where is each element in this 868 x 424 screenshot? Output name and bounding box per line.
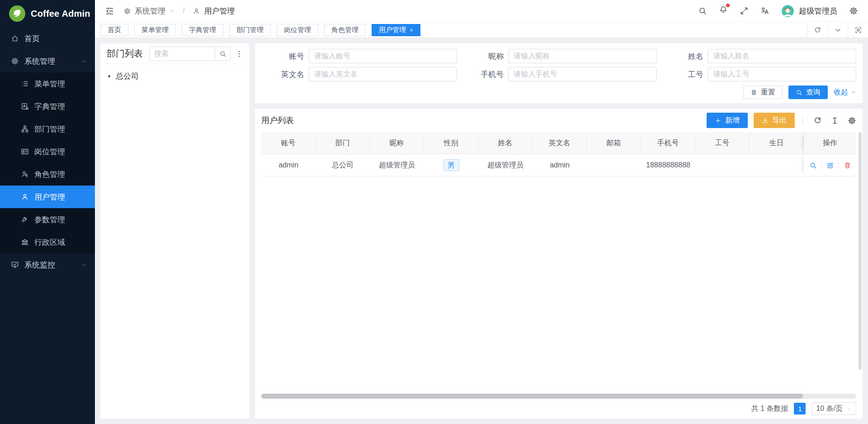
nickname-input[interactable] <box>508 49 656 63</box>
user-list-header: 用户列表 新增 导出 <box>261 109 856 132</box>
tab-label: 角色管理 <box>331 26 359 34</box>
reset-button[interactable]: 重置 <box>743 86 783 99</box>
tab-department-management[interactable]: 部门管理 <box>229 24 271 36</box>
notifications-button[interactable] <box>719 5 728 17</box>
page-number-button[interactable]: 1 <box>794 403 806 414</box>
tab-close-icon[interactable]: × <box>410 27 413 33</box>
field-job-number: 工号 <box>660 67 856 81</box>
header-actions: 超级管理员 <box>698 5 858 18</box>
gear-icon[interactable] <box>848 116 856 125</box>
tree-item-label: 总公司 <box>116 71 139 81</box>
row-actions <box>809 162 851 169</box>
cell-job-number <box>695 154 750 176</box>
column-header-account[interactable]: 账号 <box>261 132 316 154</box>
maximize-icon[interactable] <box>848 22 868 38</box>
tab-bar: 首页 菜单管理 字典管理 部门管理 岗位管理 角色管理 用户管理 × <box>95 22 868 38</box>
add-user-button[interactable]: 新增 <box>707 113 748 128</box>
gear-icon <box>11 57 19 65</box>
sidebar-item-label: 用户管理 <box>34 192 65 202</box>
table-header-row: 账号 部门 昵称 性别 姓名 英文名 邮箱 手机号 工号 生日 操作 <box>261 132 856 154</box>
tab-home[interactable]: 首页 <box>100 24 128 36</box>
tab-menu-management[interactable]: 菜单管理 <box>134 24 176 36</box>
sidebar-item-parameter-management[interactable]: 参数管理 <box>0 208 95 231</box>
tab-post-management[interactable]: 岗位管理 <box>277 24 318 36</box>
horizontal-scrollbar-thumb[interactable] <box>261 394 803 399</box>
phone-input[interactable] <box>508 67 656 81</box>
sidebar-item-dictionary-management[interactable]: 字典管理 <box>0 95 95 118</box>
sidebar-item-system-management[interactable]: 系统管理 <box>0 50 95 72</box>
english-name-input[interactable] <box>309 67 457 81</box>
sidebar-item-system-monitor[interactable]: 系统监控 <box>0 253 95 276</box>
tab-user-management[interactable]: 用户管理 × <box>372 24 420 36</box>
tab-dictionary-management[interactable]: 字典管理 <box>182 24 223 36</box>
column-header-gender[interactable]: 性别 <box>424 132 478 154</box>
sidebar-item-label: 菜单管理 <box>34 79 65 89</box>
cell-actions <box>804 154 856 176</box>
cell-gender: 男 <box>424 154 478 176</box>
gear-icon <box>123 7 131 15</box>
sidebar-item-administrative-region[interactable]: 行政区域 <box>0 231 95 253</box>
sidebar-item-menu-management[interactable]: 菜单管理 <box>0 72 95 95</box>
department-search-button[interactable] <box>215 47 230 61</box>
user-menu[interactable]: 超级管理员 <box>781 5 837 18</box>
line-height-icon[interactable] <box>830 116 839 125</box>
user-list-title: 用户列表 <box>261 115 294 126</box>
org-tree-icon <box>21 125 29 133</box>
job-number-input[interactable] <box>708 67 856 81</box>
page-size-select[interactable]: 10 条/页 <box>811 402 856 415</box>
wrench-icon <box>21 215 29 224</box>
refresh-icon[interactable] <box>813 116 822 125</box>
breadcrumb-item[interactable]: 系统管理 <box>135 6 165 16</box>
dictionary-icon <box>21 102 29 110</box>
field-label: 姓名 <box>660 51 708 62</box>
fullscreen-icon[interactable] <box>740 6 749 15</box>
sidebar-item-user-management[interactable]: 用户管理 <box>0 186 95 208</box>
refresh-icon[interactable] <box>807 22 827 38</box>
sidebar-item-home[interactable]: 首页 <box>0 27 95 50</box>
chevron-up-icon <box>81 58 87 64</box>
vertical-scrollbar[interactable] <box>859 132 862 370</box>
search-button-label: 查询 <box>806 88 821 97</box>
column-header-name[interactable]: 姓名 <box>478 132 533 154</box>
chevron-down-icon[interactable] <box>827 22 848 38</box>
leaf-icon <box>9 5 25 22</box>
name-input[interactable] <box>708 49 856 63</box>
translate-icon[interactable] <box>760 6 769 15</box>
tree-item-head-office[interactable]: 总公司 <box>107 68 243 84</box>
department-search <box>149 47 231 61</box>
column-header-job-number[interactable]: 工号 <box>695 132 750 154</box>
column-header-english-name[interactable]: 英文名 <box>533 132 587 154</box>
tabs: 首页 菜单管理 字典管理 部门管理 岗位管理 角色管理 用户管理 × <box>95 22 807 38</box>
tab-label: 菜单管理 <box>142 26 169 34</box>
right-column: 账号 昵称 姓名 英文名 <box>255 43 863 419</box>
sidebar-item-role-management[interactable]: 角色管理 <box>0 163 95 186</box>
column-header-department[interactable]: 部门 <box>316 132 370 154</box>
export-button[interactable]: 导出 <box>754 113 795 128</box>
kebab-menu-icon[interactable] <box>235 50 243 58</box>
account-input[interactable] <box>309 49 457 63</box>
view-icon[interactable] <box>809 162 817 169</box>
list-icon <box>21 80 29 88</box>
tab-role-management[interactable]: 角色管理 <box>324 24 366 36</box>
search-icon <box>796 89 802 96</box>
column-header-nickname[interactable]: 昵称 <box>370 132 424 154</box>
table-row[interactable]: admin 总公司 超级管理员 男 超级管理员 admin 1888888888… <box>261 154 856 176</box>
edit-icon[interactable] <box>826 162 834 169</box>
collapse-filters-link[interactable]: 收起 <box>834 88 856 97</box>
column-header-phone[interactable]: 手机号 <box>641 132 695 154</box>
app-logo[interactable]: Coffee Admin <box>0 0 95 27</box>
sidebar-item-post-management[interactable]: 岗位管理 <box>0 140 95 163</box>
column-header-email[interactable]: 邮箱 <box>587 132 641 154</box>
trash-icon[interactable] <box>844 162 851 169</box>
sidebar-submenu: 菜单管理 字典管理 部门管理 岗位管理 角色管理 <box>0 72 95 253</box>
search-button[interactable]: 查询 <box>788 86 828 99</box>
search-icon[interactable] <box>698 6 707 15</box>
department-search-input[interactable] <box>150 47 215 61</box>
gear-icon[interactable] <box>849 6 858 15</box>
sidebar-item-department-management[interactable]: 部门管理 <box>0 118 95 140</box>
caret-right-icon[interactable] <box>107 74 112 79</box>
sidebar-item-label: 部门管理 <box>34 124 65 134</box>
roles-icon <box>21 170 29 178</box>
column-header-birthday[interactable]: 生日 <box>750 132 804 154</box>
menu-fold-icon[interactable] <box>105 6 114 16</box>
